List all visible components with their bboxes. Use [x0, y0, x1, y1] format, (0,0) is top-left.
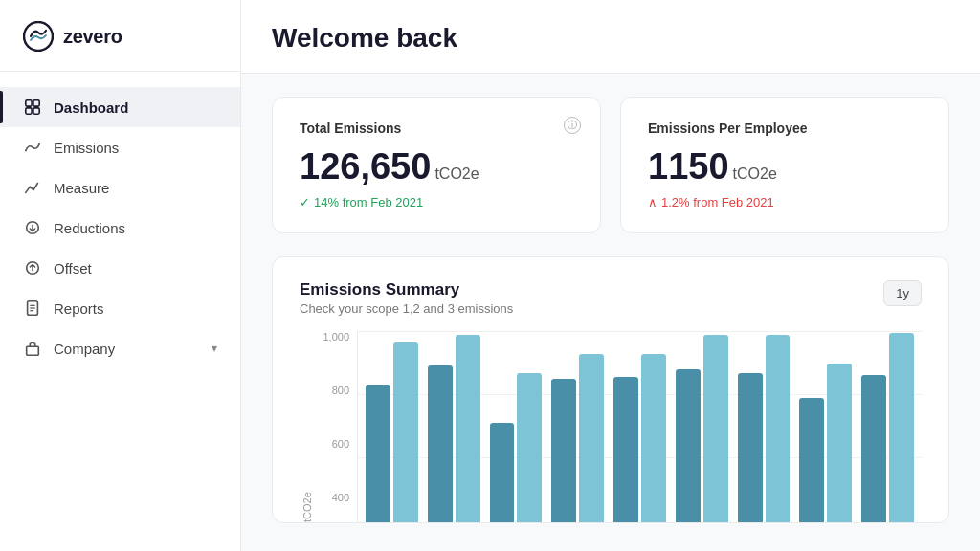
bar-group [428, 331, 480, 522]
y-label: 400 [319, 492, 349, 503]
bar-light [641, 354, 666, 522]
bar-light [827, 364, 852, 522]
logo-area: zevero [0, 0, 240, 72]
main-content: Welcome back Total Emissions ⓘ 126,650tC… [241, 0, 980, 551]
nav-list: Dashboard Emissions Measure [0, 72, 240, 551]
svg-rect-1 [26, 100, 32, 106]
bars-row [358, 331, 922, 522]
bar-chart-wrapper: tCO2e 1,000 800 600 400 [300, 331, 922, 522]
bar-light [517, 373, 542, 522]
card-value: 126,650tCO2e [300, 147, 573, 187]
card-change: ✓ 14% from Feb 2021 [300, 195, 573, 209]
logo-icon [23, 21, 54, 52]
bar-group [551, 331, 604, 522]
cards-row: Total Emissions ⓘ 126,650tCO2e ✓ 14% fro… [272, 97, 949, 233]
bar-chart-area [357, 331, 922, 522]
emissions-icon [23, 138, 42, 157]
bar-dark [551, 379, 576, 522]
bar-dark [490, 423, 515, 522]
chevron-down-icon: ▾ [212, 342, 217, 355]
bar-group [366, 331, 418, 522]
sidebar-item-label: Dashboard [54, 99, 128, 116]
svg-rect-3 [26, 108, 32, 114]
y-label: 800 [319, 385, 349, 396]
reductions-icon [23, 218, 42, 237]
sidebar-item-emissions[interactable]: Emissions [0, 127, 240, 167]
main-body: Total Emissions ⓘ 126,650tCO2e ✓ 14% fro… [241, 74, 980, 551]
chart-title: Emissions Summary [300, 280, 513, 299]
sidebar-item-label: Company [54, 341, 115, 357]
bar-light [889, 333, 914, 522]
bar-dark [676, 369, 701, 522]
bar-dark [366, 385, 390, 522]
emissions-per-employee-card: Emissions Per Employee 1150tCO2e ∧ 1.2% … [620, 97, 949, 233]
bar-light [766, 335, 791, 522]
sidebar-item-label: Reports [54, 300, 104, 317]
bar-dark [428, 365, 453, 522]
total-emissions-card: Total Emissions ⓘ 126,650tCO2e ✓ 14% fro… [272, 97, 601, 233]
info-icon[interactable]: ⓘ [564, 117, 581, 134]
dashboard-icon [23, 98, 42, 117]
bar-group [799, 331, 852, 522]
bar-group [738, 331, 791, 522]
up-arrow-icon: ∧ [648, 195, 657, 209]
chart-subtitle: Check your scope 1,2 and 3 emissions [300, 301, 513, 316]
bar-dark [861, 375, 886, 522]
page-title: Welcome back [272, 23, 949, 54]
card-change: ∧ 1.2% from Feb 2021 [648, 195, 922, 209]
y-axis-unit: tCO2e [300, 331, 315, 522]
company-icon [23, 339, 42, 358]
sidebar-item-reports[interactable]: Reports [0, 288, 240, 328]
down-arrow-icon: ✓ [300, 195, 310, 209]
bar-light [456, 335, 480, 522]
svg-rect-4 [33, 108, 39, 114]
bar-dark [799, 398, 824, 522]
measure-icon [23, 178, 42, 197]
bar-chart-grid [357, 331, 922, 522]
bar-dark [738, 373, 763, 522]
bar-light [579, 354, 604, 522]
bar-dark [613, 377, 638, 522]
sidebar-item-label: Measure [54, 180, 109, 196]
y-label: 1,000 [319, 331, 349, 342]
chart-title-block: Emissions Summary Check your scope 1,2 a… [300, 280, 513, 316]
card-title: Total Emissions [300, 121, 573, 136]
y-label: 600 [319, 438, 349, 450]
svg-rect-11 [27, 346, 39, 355]
offset-icon [23, 258, 42, 277]
sidebar-item-label: Emissions [54, 140, 119, 156]
sidebar-item-label: Reductions [54, 220, 125, 236]
y-axis: 1,000 800 600 400 [319, 331, 357, 522]
card-value: 1150tCO2e [648, 147, 922, 187]
sidebar: zevero Dashboard Emissions [0, 0, 241, 551]
main-header: Welcome back [241, 0, 980, 74]
svg-rect-2 [33, 100, 39, 106]
sidebar-item-reductions[interactable]: Reductions [0, 208, 240, 248]
sidebar-item-offset[interactable]: Offset [0, 248, 240, 288]
reports-icon [23, 298, 42, 318]
sidebar-item-dashboard[interactable]: Dashboard [0, 87, 240, 127]
chart-header: Emissions Summary Check your scope 1,2 a… [300, 280, 922, 316]
sidebar-item-measure[interactable]: Measure [0, 167, 240, 208]
sidebar-item-label: Offset [54, 260, 92, 276]
logo-text: zevero [63, 26, 122, 48]
emissions-summary-chart: Emissions Summary Check your scope 1,2 a… [272, 256, 949, 523]
bar-group [861, 331, 914, 522]
bar-group [490, 331, 543, 522]
bar-light [703, 335, 728, 522]
card-title: Emissions Per Employee [648, 121, 922, 136]
bar-group [613, 331, 666, 522]
bar-group [676, 331, 728, 522]
sidebar-item-company[interactable]: Company ▾ [0, 328, 240, 368]
chart-filter-button[interactable]: 1y [883, 280, 922, 306]
bar-light [393, 342, 418, 522]
